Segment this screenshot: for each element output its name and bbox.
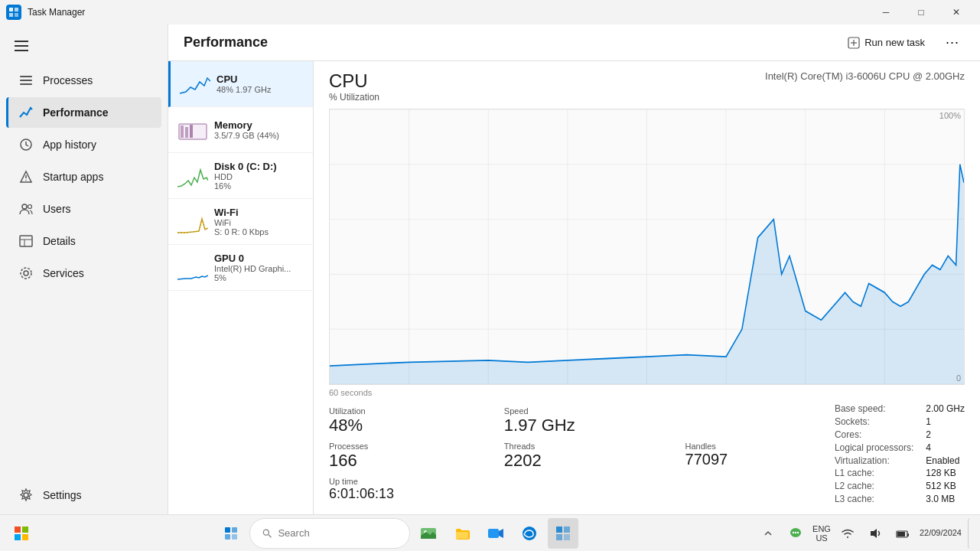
svg-rect-4 <box>15 41 28 42</box>
edge-button[interactable] <box>514 518 545 549</box>
file-explorer-button[interactable] <box>447 518 477 549</box>
utilization-value: 48% <box>329 416 474 435</box>
device-item-disk0[interactable]: Disk 0 (C: D:) HDD 16% <box>168 153 313 199</box>
svg-rect-69 <box>897 532 905 536</box>
task-manager-icon <box>555 526 571 541</box>
svg-rect-44 <box>22 527 28 533</box>
language-label: ENG <box>812 524 831 533</box>
svg-marker-57 <box>499 529 503 538</box>
l3-cache-label: L3 cache: <box>835 494 913 505</box>
svg-rect-47 <box>225 527 230 533</box>
show-desktop-button[interactable] <box>968 518 974 549</box>
search-input[interactable] <box>278 527 397 539</box>
more-options-button[interactable]: ··· <box>940 31 965 55</box>
device-item-gpu0[interactable]: GPU 0 Intel(R) HD Graphi... 5% <box>168 245 313 291</box>
uptime-value: 6:01:06:13 <box>329 486 474 502</box>
stat-spacer <box>685 403 819 439</box>
cpu-name: CPU <box>217 73 304 85</box>
performance-content: CPU 48% 1.97 GHz Memory 3.5/7.9 GB (44% <box>168 61 980 514</box>
sidebar-item-processes[interactable]: Processes <box>6 65 161 96</box>
svg-line-52 <box>269 534 272 537</box>
handles-label: Handles <box>685 442 807 451</box>
volume-icon <box>868 527 882 540</box>
sidebar-item-services[interactable]: Services <box>6 258 161 289</box>
taskbar-right: ENG US 22/09/2024 <box>757 518 974 549</box>
device-item-memory[interactable]: Memory 3.5/7.9 GB (44%) <box>168 107 313 153</box>
search-icon <box>262 528 272 539</box>
folder-icon <box>454 526 470 541</box>
svg-rect-62 <box>564 534 570 540</box>
taskbar-photo-button[interactable] <box>413 518 444 549</box>
svg-rect-45 <box>15 534 21 540</box>
minimize-button[interactable]: ─ <box>868 0 903 24</box>
device-item-cpu[interactable]: CPU 48% 1.97 GHz <box>168 61 313 107</box>
photo-icon <box>420 525 437 542</box>
threads-value: 2202 <box>504 451 655 471</box>
svg-point-19 <box>24 271 28 276</box>
video-call-button[interactable] <box>480 518 511 549</box>
hamburger-button[interactable] <box>6 31 37 61</box>
content-header: Performance Run new task ··· <box>168 24 980 61</box>
wifi-taskbar-button[interactable] <box>837 523 858 544</box>
sidebar-item-details[interactable]: Details <box>6 226 161 256</box>
search-bar[interactable] <box>249 518 410 549</box>
maximize-button[interactable]: □ <box>903 0 939 24</box>
svg-rect-3 <box>15 13 18 17</box>
stat-threads: Threads 2202 <box>504 439 667 474</box>
settings-icon <box>18 487 34 503</box>
header-actions: Run new task ··· <box>838 31 965 55</box>
startup-label: Startup apps <box>43 171 103 183</box>
run-new-task-button[interactable]: Run new task <box>838 32 934 54</box>
svg-point-66 <box>797 531 799 533</box>
disk-device-info: Disk 0 (C: D:) HDD 16% <box>214 161 304 191</box>
utilization-label: Utilization <box>329 406 474 416</box>
chart-time-label: 60 seconds <box>329 388 965 397</box>
close-button[interactable]: ✕ <box>939 0 974 24</box>
run-new-task-label: Run new task <box>864 37 925 48</box>
virtualization-value: Enabled <box>926 455 965 467</box>
app-icon <box>6 5 21 20</box>
svg-rect-2 <box>9 13 13 17</box>
sidebar-item-app-history[interactable]: App history <box>6 129 161 160</box>
sidebar-item-startup[interactable]: Startup apps <box>6 161 161 192</box>
svg-rect-59 <box>556 527 562 533</box>
sidebar-item-performance[interactable]: Performance <box>6 97 161 128</box>
widgets-button[interactable] <box>216 518 246 549</box>
app-history-label: App history <box>43 139 96 151</box>
stat-uptime: Up time 6:01:06:13 <box>329 474 486 505</box>
page-title: Performance <box>184 34 829 51</box>
start-button[interactable] <box>6 518 37 549</box>
wifi-sub2: S: 0 R: 0 Kbps <box>214 227 304 236</box>
chart-y-axis-label: % Utilization <box>329 92 379 103</box>
threads-label: Threads <box>504 442 655 451</box>
stat-utilization: Utilization 48% <box>329 403 486 439</box>
services-label: Services <box>43 267 84 279</box>
gpu-sub2: 5% <box>214 273 304 282</box>
logical-processors-label: Logical processors: <box>835 442 913 454</box>
chevron-up-button[interactable] <box>757 523 779 544</box>
volume-button[interactable] <box>864 523 886 544</box>
sidebar-item-settings[interactable]: Settings <box>6 480 161 510</box>
svg-point-21 <box>24 493 28 497</box>
l1-cache-label: L1 cache: <box>835 468 913 479</box>
memory-sub: 3.5/7.9 GB (44%) <box>214 131 304 140</box>
taskbar: ENG US 22/09/2024 <box>0 514 980 551</box>
task-manager-taskbar-button[interactable] <box>548 518 578 549</box>
disk-mini-chart <box>177 162 208 190</box>
cpu-chart-title: CPU <box>329 70 379 92</box>
sidebar-item-users[interactable]: Users <box>6 194 161 224</box>
app-title: Task Manager <box>28 7 862 18</box>
svg-point-51 <box>263 530 269 535</box>
svg-rect-48 <box>232 527 237 533</box>
device-item-wifi[interactable]: Wi-Fi WiFi S: 0 R: 0 Kbps <box>168 199 313 245</box>
gpu-mini-chart <box>177 254 208 282</box>
cpu-model-label: Intel(R) Core(TM) i3-6006U CPU @ 2.00GHz <box>765 70 965 82</box>
svg-point-20 <box>21 268 31 279</box>
battery-button[interactable] <box>892 523 913 544</box>
svg-rect-70 <box>907 533 909 536</box>
startup-icon <box>18 169 34 184</box>
svg-rect-61 <box>556 534 562 540</box>
wechat-button[interactable] <box>785 523 806 544</box>
chart-panel: CPU % Utilization Intel(R) Core(TM) i3-6… <box>314 61 980 514</box>
cpu-sub: 48% 1.97 GHz <box>217 85 304 94</box>
